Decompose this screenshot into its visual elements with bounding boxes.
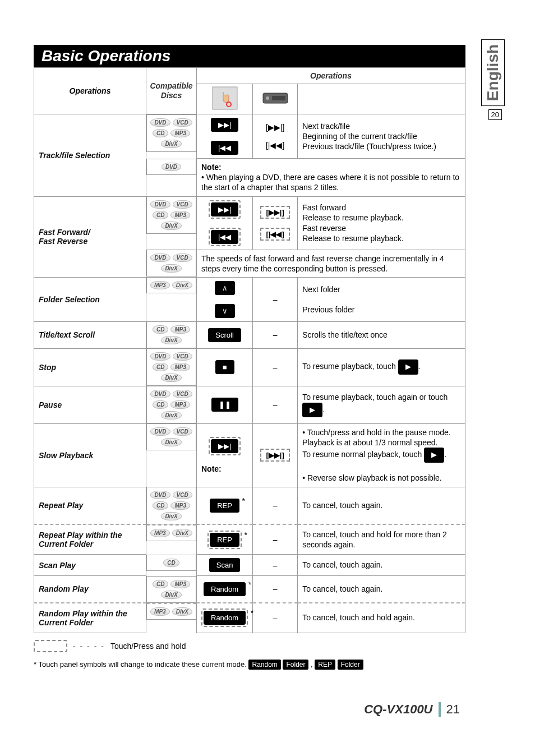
disc-dvd: DVD xyxy=(150,118,170,127)
repeat-folder-discs: MP3 DivX xyxy=(146,524,196,541)
stop-discs: DVD VCD CD MP3 DivX xyxy=(146,348,196,386)
note-text: • When playing a DVD, there are cases wh… xyxy=(201,173,459,192)
remote-next-track[interactable]: [▶▶|] xyxy=(266,123,284,132)
stop-touch: ■ xyxy=(197,348,253,386)
header-compatible-discs: Compatible Discs xyxy=(146,68,197,114)
row-ffwd: Fast Forward/ Fast Reverse xyxy=(34,196,146,277)
disc-divx: DivX xyxy=(161,374,181,382)
random-folder-button[interactable]: Random xyxy=(204,611,246,625)
random-remote: – xyxy=(253,576,298,603)
scan-touch: Scan xyxy=(197,555,253,576)
scroll-button[interactable]: Scroll xyxy=(208,328,241,342)
random-folder-touch: Random xyxy=(197,603,253,633)
header-operations-span: Operations xyxy=(197,68,465,84)
folder-badge: Folder xyxy=(283,660,308,670)
folder-desc2: Previous folder xyxy=(302,305,460,315)
disc-mp3: MP3 xyxy=(150,607,170,616)
row-scroll: Title/text Scroll xyxy=(34,321,146,348)
touch-column-icon xyxy=(197,84,253,114)
footnote-text: * Touch panel symbols will change to ind… xyxy=(34,660,248,669)
slow-desc: • Touch/press and hold in the pause mode… xyxy=(298,423,465,487)
row-random-folder: Random Play within the Current Folder xyxy=(34,603,146,633)
track-desc-prev1: Beginning of the current track/file xyxy=(302,131,460,141)
disc-mp3: MP3 xyxy=(170,400,190,409)
disc-cd: CD xyxy=(153,400,168,409)
frev-button[interactable]: |◀◀ xyxy=(211,230,238,244)
play-icon: ▶ xyxy=(398,359,418,375)
disc-divx: DivX xyxy=(161,140,181,148)
pause-desc-pre: To resume playback, touch again or touch xyxy=(302,393,448,402)
page-footer: CQ-VX100U 21 xyxy=(34,702,465,717)
scroll-remote: – xyxy=(253,321,298,348)
disc-vcd: VCD xyxy=(173,352,192,361)
repeat-touch: REP xyxy=(197,487,253,524)
stop-desc-post: . xyxy=(418,362,421,371)
ffwd-desc-l4: Release to resume playback. xyxy=(302,233,460,243)
footer-page-number: 21 xyxy=(446,702,460,717)
row-repeat: Repeat Play xyxy=(34,487,146,524)
remote-ffwd[interactable]: [▶▶|] xyxy=(260,206,289,219)
slow-bullet: • Touch/press and hold in the pause mode… xyxy=(302,427,460,437)
disc-mp3: MP3 xyxy=(170,580,190,588)
legend-text: Touch/Press and hold xyxy=(110,642,186,651)
disc-cd: CD xyxy=(153,325,168,334)
scan-button[interactable]: Scan xyxy=(209,558,241,572)
ffwd-button[interactable]: ▶▶| xyxy=(211,202,238,216)
ffwd-discs: DVD VCD CD MP3 DivX xyxy=(146,196,196,234)
remote-frev[interactable]: [|◀◀] xyxy=(260,228,289,241)
ffwd-desc-l3: Fast reverse xyxy=(302,223,460,233)
track-note: Note: • When playing a DVD, there are ca… xyxy=(197,159,465,197)
folder-discs: MP3 DivX xyxy=(146,277,196,293)
row-track-selection: Track/file Selection xyxy=(34,114,146,197)
rep-folder-button[interactable]: REP xyxy=(210,533,239,547)
track-note-discs: DVD xyxy=(146,159,196,175)
track-touch-buttons: ▶▶| |◀◀ xyxy=(197,114,253,159)
next-track-button[interactable]: ▶▶| xyxy=(211,118,238,132)
random-touch: Random xyxy=(197,576,253,603)
remote-slow[interactable]: [▶▶|] xyxy=(260,449,289,462)
folder-desc: Next folder Previous folder xyxy=(298,277,465,321)
svg-point-3 xyxy=(266,96,269,100)
footer-model: CQ-VX100U xyxy=(364,702,440,717)
disc-dvd: DVD xyxy=(150,427,170,436)
disc-dvd: DVD xyxy=(150,200,170,209)
row-folder: Folder Selection xyxy=(34,277,146,321)
repeat-folder-remote: – xyxy=(253,524,298,555)
ffwd-desc-l1: Fast forward xyxy=(302,202,460,213)
slow-note-text: • Reverse slow playback is not possible. xyxy=(302,473,460,483)
rep-button[interactable]: REP xyxy=(210,499,239,513)
random-folder-discs: MP3 DivX xyxy=(146,603,196,620)
slow-button[interactable]: ▶▶| xyxy=(211,439,238,453)
disc-dvd: DVD xyxy=(162,163,181,171)
svg-rect-4 xyxy=(272,96,285,100)
footnote-sep: , xyxy=(311,660,313,669)
scan-desc: To cancel, touch again. xyxy=(298,555,465,576)
repeat-discs: DVD VCD CD MP3 DivX xyxy=(146,487,196,524)
repeat-desc: To cancel, touch again. xyxy=(298,487,465,524)
disc-divx: DivX xyxy=(161,411,181,420)
section-title: Basic Operations xyxy=(34,45,465,67)
disc-mp3: MP3 xyxy=(170,501,190,510)
operations-table: Operations Compatible Discs Operations T… xyxy=(34,67,465,633)
random-badge: Random xyxy=(248,660,280,670)
random-button[interactable]: Random xyxy=(204,582,246,596)
row-scan: Scan Play xyxy=(34,555,146,576)
pause-button[interactable]: ❚❚ xyxy=(211,398,238,412)
disc-cd: CD xyxy=(153,501,168,510)
disc-divx: DivX xyxy=(172,281,192,289)
folder-up-button[interactable]: ∧ xyxy=(215,281,235,295)
language-tab: English xyxy=(481,39,505,106)
pause-remote: – xyxy=(253,386,298,423)
prev-track-button[interactable]: |◀◀ xyxy=(211,141,238,155)
disc-cd: CD xyxy=(153,580,168,588)
folder-down-button[interactable]: ∨ xyxy=(215,304,235,318)
stop-desc: To resume playback, touch ▶. xyxy=(298,348,465,386)
ffwd-desc-l2: Release to resume playback. xyxy=(302,213,460,223)
disc-dvd: DVD xyxy=(150,352,170,361)
disc-dvd: DVD xyxy=(150,491,170,499)
track-discs: DVD VCD CD MP3 DivX xyxy=(146,114,196,152)
ffwd-remote: [▶▶|] [|◀◀] xyxy=(253,196,298,250)
track-desc-prev2: Previous track/file (Touch/press twice.) xyxy=(302,141,460,151)
stop-button[interactable]: ■ xyxy=(215,360,234,374)
remote-prev-track[interactable]: [|◀◀] xyxy=(266,141,284,150)
